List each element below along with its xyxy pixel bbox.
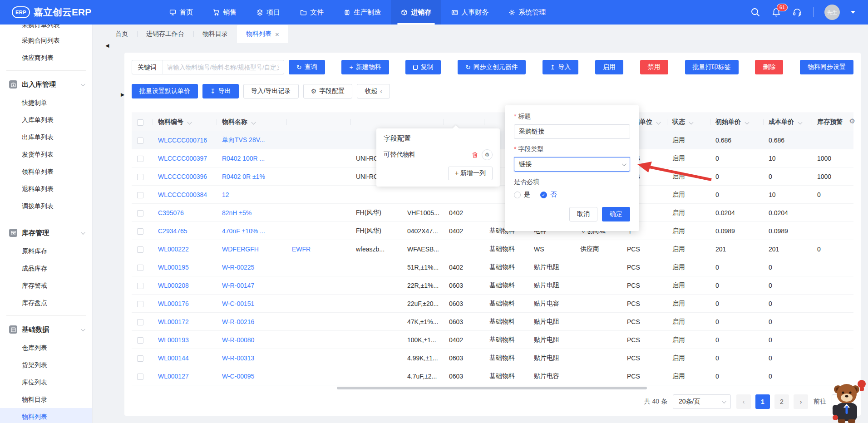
select-all-checkbox[interactable] bbox=[137, 119, 143, 126]
row-checkbox[interactable] bbox=[137, 156, 143, 162]
查询-button[interactable]: ↻查询 bbox=[289, 60, 325, 74]
delete-trash-icon[interactable] bbox=[472, 152, 478, 158]
cell[interactable]: W-R-00225 bbox=[217, 258, 286, 276]
confirm-button[interactable]: 确定 bbox=[602, 207, 630, 221]
物料同步设置-button[interactable]: 物料同步设置 bbox=[800, 60, 853, 74]
cell[interactable]: W-R-00216 bbox=[217, 313, 286, 331]
column-header-库存预警[interactable]: 库存预警 bbox=[812, 113, 853, 131]
cell[interactable]: WL000176 bbox=[153, 295, 217, 313]
scrollbar-thumb[interactable] bbox=[337, 387, 647, 389]
row-checkbox[interactable] bbox=[137, 337, 143, 344]
sidebar-item-库存警戒[interactable]: 库存警戒 bbox=[0, 277, 92, 294]
sidebar-item-采购合同列表[interactable]: 采购合同列表 bbox=[0, 32, 92, 49]
notification-bell-icon[interactable]: 61 bbox=[771, 7, 781, 17]
sidebar-item-物料目录[interactable]: 物料目录 bbox=[0, 391, 92, 408]
收起-button[interactable]: 收起‹ bbox=[357, 84, 390, 98]
sidebar-group-库存管理[interactable]: 库存管理 bbox=[0, 223, 92, 242]
menu-item-进销存[interactable]: 进销存 bbox=[391, 0, 441, 25]
cell[interactable]: WLCCCC000716 bbox=[153, 131, 217, 149]
tab-物料列表[interactable]: 物料列表× bbox=[237, 25, 288, 43]
field-type-select[interactable]: 链接 bbox=[514, 157, 630, 172]
sort-chevron-icon[interactable] bbox=[689, 120, 694, 124]
sidebar-group-基础数据[interactable]: 基础数据 bbox=[0, 320, 92, 339]
cell[interactable]: W-R-00313 bbox=[217, 349, 286, 367]
sidebar-item-采购订单列表[interactable]: 采购订单列表 bbox=[0, 25, 92, 32]
column-header-成本单价[interactable]: 成本单价 bbox=[763, 113, 812, 131]
sidebar-item-退料单列表[interactable]: 退料单列表 bbox=[0, 180, 92, 197]
app-logo[interactable]: ERP 嘉立创云ERP bbox=[0, 6, 105, 19]
column-header-物料名称[interactable]: 物料名称 bbox=[217, 113, 286, 131]
sidebar-item-发货单列表[interactable]: 发货单列表 bbox=[0, 146, 92, 163]
同步立创元器件-button[interactable]: ↻同步立创元器件 bbox=[458, 60, 526, 74]
row-checkbox[interactable] bbox=[137, 228, 143, 235]
row-checkbox[interactable] bbox=[137, 246, 143, 253]
mascot-bear[interactable] bbox=[827, 378, 866, 423]
sidebar-item-出库单列表[interactable]: 出库单列表 bbox=[0, 128, 92, 146]
sort-chevron-icon[interactable] bbox=[745, 120, 750, 124]
column-settings-gear-icon[interactable]: ⚙ bbox=[849, 117, 855, 125]
tab-首页[interactable]: 首页 bbox=[106, 25, 137, 43]
sidebar-item-供应商列表[interactable]: 供应商列表 bbox=[0, 49, 92, 66]
row-checkbox[interactable] bbox=[137, 192, 143, 198]
cell[interactable]: WL000193 bbox=[153, 331, 217, 349]
cell[interactable]: WL000127 bbox=[153, 367, 217, 385]
cell[interactable]: W-C-00095 bbox=[217, 367, 286, 385]
keyword-input[interactable] bbox=[163, 64, 284, 71]
cell[interactable]: 12 bbox=[217, 186, 286, 204]
cell[interactable]: WLCCCC000384 bbox=[153, 186, 217, 204]
row-checkbox[interactable] bbox=[137, 355, 143, 362]
sort-chevron-icon[interactable] bbox=[252, 120, 256, 124]
cell[interactable]: R0402 0R ±1% bbox=[217, 167, 286, 186]
cell[interactable]: C2934765 bbox=[153, 222, 217, 240]
sidebar-item-成品库存[interactable]: 成品库存 bbox=[0, 260, 92, 277]
导入-button[interactable]: ↥导入 bbox=[542, 60, 579, 74]
tab-进销存工作台[interactable]: 进销存工作台 bbox=[137, 25, 193, 43]
cell[interactable]: 单向TVS 28V... bbox=[217, 131, 286, 149]
sidebar-item-入库单列表[interactable]: 入库单列表 bbox=[0, 111, 92, 128]
collapse-left-icon[interactable]: ◀ bbox=[105, 43, 109, 49]
sort-chevron-icon[interactable] bbox=[798, 120, 803, 124]
menu-item-首页[interactable]: 首页 bbox=[159, 0, 203, 25]
cell[interactable]: WLCCCC000397 bbox=[153, 149, 217, 167]
cell[interactable]: WL000222 bbox=[153, 240, 217, 258]
menu-item-文件[interactable]: 文件 bbox=[290, 0, 334, 25]
cell[interactable]: W-C-00151 bbox=[217, 295, 286, 313]
导入/导出记录-button[interactable]: 导入/导出记录 bbox=[243, 84, 299, 98]
row-checkbox[interactable] bbox=[137, 319, 143, 325]
menu-item-销售[interactable]: 销售 bbox=[203, 0, 247, 25]
启用-button[interactable]: 启用 bbox=[595, 60, 623, 74]
next-page-button[interactable]: › bbox=[794, 394, 808, 409]
sidebar-group-出入库管理[interactable]: 出入库管理 bbox=[0, 75, 92, 94]
row-checkbox[interactable] bbox=[137, 174, 143, 180]
prev-page-button[interactable]: ‹ bbox=[736, 394, 751, 409]
sidebar-item-库位列表[interactable]: 库位列表 bbox=[0, 374, 92, 391]
page-1-button[interactable]: 1 bbox=[755, 394, 770, 409]
row-checkbox[interactable] bbox=[137, 301, 143, 307]
add-column-button[interactable]: + 新增一列 bbox=[448, 167, 493, 180]
cell[interactable]: WL000208 bbox=[153, 276, 217, 295]
row-checkbox[interactable] bbox=[137, 265, 143, 271]
page-size-select[interactable]: 20条/页 bbox=[673, 394, 731, 409]
row-checkbox[interactable] bbox=[137, 210, 143, 216]
radio-yes[interactable]: 是 bbox=[514, 191, 530, 199]
禁用-button[interactable]: 禁用 bbox=[640, 60, 668, 74]
sidebar-item-快捷制单[interactable]: 快捷制单 bbox=[0, 94, 92, 111]
cell[interactable]: W-R-00147 bbox=[217, 276, 286, 295]
menu-item-系统管理[interactable]: 系统管理 bbox=[498, 0, 556, 25]
radio-no[interactable]: ✓ 否 bbox=[540, 191, 557, 199]
sidebar-item-原料库存[interactable]: 原料库存 bbox=[0, 242, 92, 260]
cell[interactable]: WL000144 bbox=[153, 349, 217, 367]
search-icon[interactable] bbox=[750, 7, 760, 17]
close-tab-icon[interactable]: × bbox=[275, 30, 279, 38]
字段配置-button[interactable]: ⚙字段配置 bbox=[303, 84, 353, 98]
cell[interactable]: WDFERGFH bbox=[217, 240, 286, 258]
menu-item-项目[interactable]: 项目 bbox=[247, 0, 290, 25]
column-header-状态[interactable]: 状态 bbox=[667, 113, 710, 131]
column-header-物料编号[interactable]: 物料编号 bbox=[153, 113, 217, 131]
column-header-hidden[interactable] bbox=[286, 113, 350, 131]
user-avatar[interactable]: 先生 bbox=[824, 5, 840, 20]
sidebar-item-物料列表[interactable]: 物料列表 bbox=[0, 408, 92, 423]
sidebar-item-货架列表[interactable]: 货架列表 bbox=[0, 356, 92, 374]
cell[interactable]: R0402 100R ... bbox=[217, 149, 286, 167]
row-checkbox[interactable] bbox=[137, 138, 143, 144]
